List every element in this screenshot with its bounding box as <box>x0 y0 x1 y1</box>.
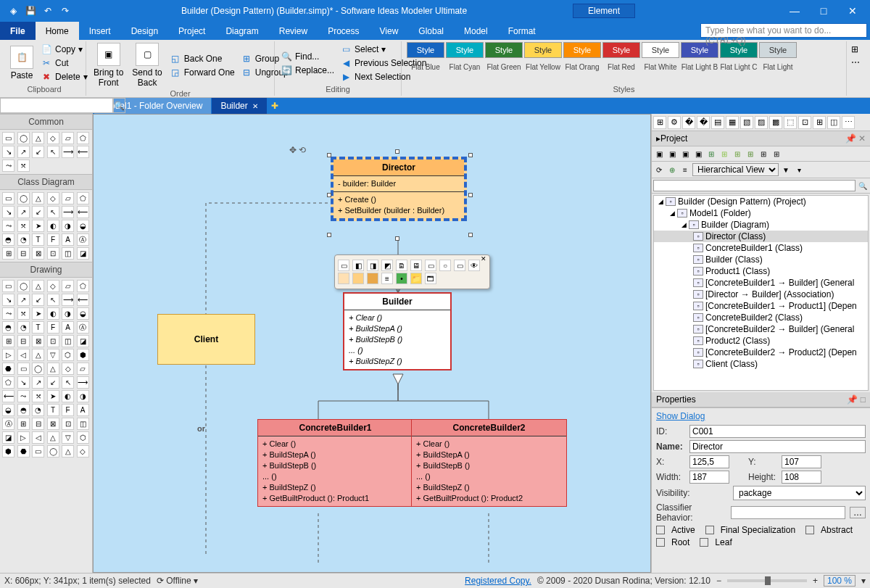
tool-item[interactable]: F <box>62 404 74 416</box>
tool-item[interactable]: ⟶ <box>62 294 74 306</box>
close-icon[interactable]: ✕ <box>481 255 486 262</box>
tree-node[interactable]: ▫ Builder (Class) <box>654 254 868 265</box>
tool-item[interactable]: ◪ <box>2 431 14 444</box>
menu-insert[interactable]: Insert <box>79 22 121 40</box>
send-to-back-button[interactable]: ▢Send to Back <box>129 41 165 89</box>
tool-item[interactable]: ⊞ <box>2 335 14 347</box>
zoom-value[interactable]: 100 % <box>824 575 856 587</box>
properties-header[interactable]: Properties📌 □ <box>652 392 870 407</box>
tool-item[interactable]: ▷ <box>2 349 14 361</box>
style-swatch[interactable]: Style <box>563 42 601 58</box>
tool-item[interactable]: ▱ <box>62 192 74 204</box>
style-swatch[interactable]: Style <box>602 42 640 58</box>
tool-item[interactable]: ⤲ <box>17 220 30 232</box>
tool-item[interactable]: ➤ <box>47 390 59 402</box>
tool-item[interactable]: ⊠ <box>32 335 44 347</box>
tree-node[interactable]: ▫ [ConcreteBuilder2 → Builder] (General <box>654 323 868 335</box>
tool-item[interactable]: ◇ <box>62 363 74 375</box>
tree-node[interactable]: ▫ ConcreteBuilder2 (Class) <box>654 312 868 323</box>
uml-class-director[interactable]: Director - builder: Builder + Create ()+… <box>331 157 467 221</box>
tool-item[interactable]: ⊡ <box>62 418 74 430</box>
panel-tool[interactable]: ▩ <box>769 116 782 129</box>
zoom-slider[interactable] <box>727 579 807 582</box>
panel-tool[interactable]: ▤ <box>711 116 724 129</box>
tree-node[interactable]: ▫ Client (Class) <box>654 358 868 370</box>
tool-item[interactable]: ↘ <box>2 146 14 158</box>
tool-item[interactable]: ◪ <box>77 335 89 347</box>
tool-item[interactable]: Ⓐ <box>77 321 89 334</box>
tool-item[interactable]: ⤲ <box>32 390 44 402</box>
tool-item[interactable]: ⊡ <box>47 335 59 347</box>
tool-item[interactable]: ⟵ <box>77 206 89 218</box>
tool-item[interactable]: ▽ <box>62 431 74 444</box>
tool-item[interactable]: T <box>32 321 44 334</box>
tool-item[interactable]: △ <box>47 431 59 444</box>
style-swatch[interactable]: Style <box>407 42 444 58</box>
tool-item[interactable]: ↙ <box>32 294 44 306</box>
undo-icon[interactable]: ↶ <box>42 5 54 17</box>
maximize-button[interactable]: □ <box>809 0 838 22</box>
tool-item[interactable]: ↗ <box>32 376 44 389</box>
menu-process[interactable]: Process <box>318 22 369 40</box>
filter-icon[interactable]: ▼ <box>780 164 792 175</box>
search-icon[interactable]: 🔍 <box>857 180 869 191</box>
panel-tool[interactable]: ⊡ <box>798 116 811 129</box>
tree-node[interactable]: ▫ [ConcreteBuilder1 → Product1] (Depen <box>654 300 868 312</box>
class-tools[interactable]: ▭◯△◇▱⬠↘↗↙↖⟶⟵⤳⤲➤◐◑◒◓◔TFAⒶ⊞⊟⊠⊡◫◪ <box>0 190 92 262</box>
tool-item[interactable]: ⤳ <box>2 160 14 172</box>
tool-item[interactable]: ⊠ <box>32 247 44 260</box>
tool-item[interactable]: ◯ <box>47 445 59 457</box>
forward-one-button[interactable]: ◲Forward One <box>168 66 236 79</box>
tool-item[interactable]: ↖ <box>47 146 59 158</box>
project-search[interactable] <box>653 180 856 191</box>
menu-model[interactable]: Model <box>454 22 498 40</box>
tool-item[interactable]: ◓ <box>17 404 30 416</box>
tool-item[interactable]: ⤳ <box>2 307 14 320</box>
zoom-out[interactable]: − <box>716 576 721 586</box>
tool-item[interactable]: ⤳ <box>2 220 14 232</box>
tool-item[interactable]: ◔ <box>17 321 30 334</box>
panel-tool[interactable]: ⋯ <box>842 116 855 129</box>
tool-item[interactable]: ▭ <box>2 192 14 204</box>
tool-item[interactable]: ▷ <box>17 431 30 444</box>
style-swatch[interactable]: Style <box>642 42 679 58</box>
tree-node[interactable]: ◢ ▫ Builder (Design Pattern) (Project) <box>654 196 868 207</box>
tool-item[interactable]: ⊟ <box>32 418 44 430</box>
tool-item[interactable]: ↗ <box>17 206 30 218</box>
tree-node[interactable]: ▫ ConcreteBuilder1 (Class) <box>654 242 868 254</box>
tool-item[interactable]: ➤ <box>32 220 44 232</box>
panel-tool[interactable]: ⊞ <box>813 116 826 129</box>
tool-item[interactable]: ▽ <box>47 349 59 361</box>
tool-item[interactable]: ⬢ <box>77 349 89 361</box>
tool-item[interactable]: ◐ <box>47 307 59 320</box>
close-button[interactable]: ✕ <box>838 0 867 22</box>
tree-node[interactable]: ◢ ▫ Model1 (Folder) <box>654 207 868 219</box>
show-dialog-link[interactable]: Show Dialog <box>656 410 866 423</box>
tree-node[interactable]: ▫ Director (Class) <box>654 231 868 242</box>
tool-item[interactable]: ◇ <box>77 445 89 457</box>
tool-item[interactable]: ◯ <box>17 192 30 204</box>
tool-item[interactable]: ◁ <box>17 349 30 361</box>
tool-item[interactable]: ⬡ <box>77 431 89 444</box>
tool-item[interactable]: ◑ <box>62 307 74 320</box>
menu-global[interactable]: Global <box>408 22 454 40</box>
tool-item[interactable]: ⤲ <box>17 160 30 172</box>
prop-visibility[interactable]: package <box>733 486 866 500</box>
search-icon[interactable]: 🔍 <box>113 98 125 113</box>
tool-item[interactable]: ⊞ <box>17 418 30 430</box>
panel-tool[interactable]: ◫ <box>827 116 840 129</box>
drawing-tools[interactable]: ▭◯△◇▱⬠↘↗↙↖⟶⟵⤳⤲➤◐◑◒◓◔TFAⒶ⊞⊟⊠⊡◫◪▷◁△▽⬡⬢⬣▭◯△… <box>0 278 92 460</box>
tool-item[interactable]: ↙ <box>32 206 44 218</box>
toolbox-class-header[interactable]: Class Diagram <box>0 174 92 190</box>
tool-item[interactable]: △ <box>62 445 74 457</box>
tree-node[interactable]: ▫ [ConcreteBuilder1 → Builder] (General <box>654 277 868 289</box>
tool-item[interactable]: ◑ <box>62 220 74 232</box>
toolbox-common-header[interactable]: Common <box>0 114 92 130</box>
style-swatch[interactable]: Style <box>759 42 797 58</box>
back-one-button[interactable]: ◱Back One <box>168 52 236 65</box>
find-button[interactable]: 🔍Find... <box>279 50 336 63</box>
tree-node[interactable]: ▫ Product2 (Class) <box>654 335 868 347</box>
tool-item[interactable]: ▭ <box>32 445 44 457</box>
style-swatch[interactable]: Style <box>524 42 562 58</box>
tool-item[interactable]: ↘ <box>17 376 30 389</box>
